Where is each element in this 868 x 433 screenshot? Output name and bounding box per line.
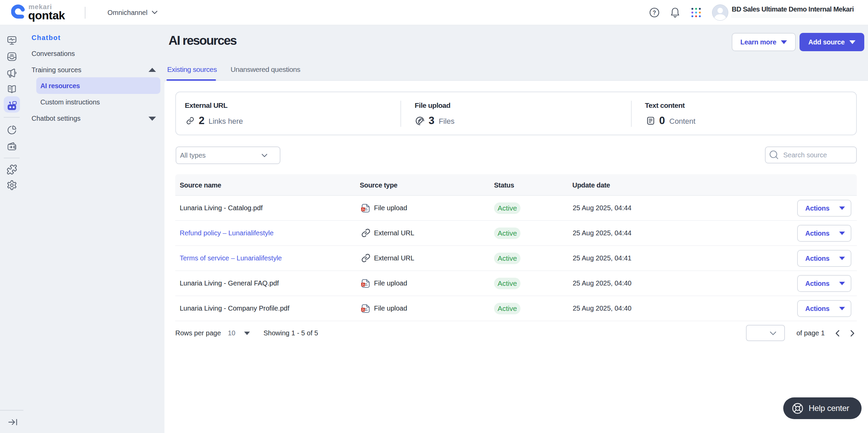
svg-text:?: ? <box>653 10 656 16</box>
